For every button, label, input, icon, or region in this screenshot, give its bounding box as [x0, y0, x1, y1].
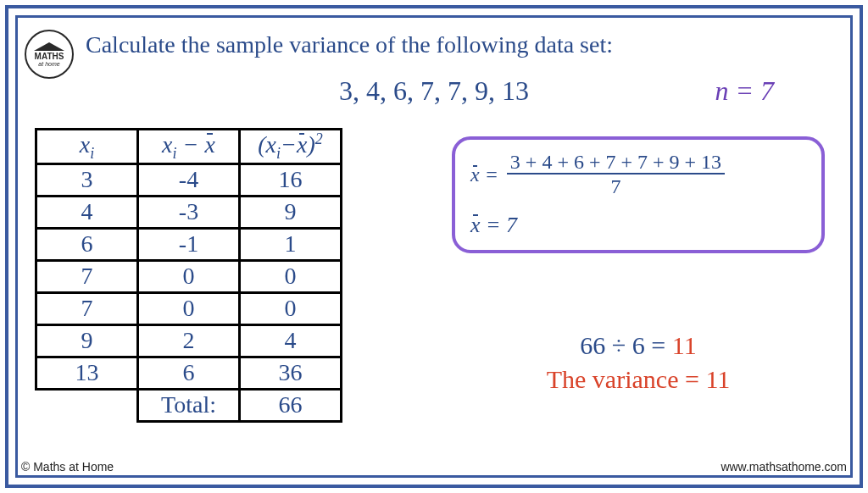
table-row: 700 [36, 260, 342, 292]
mean-fraction: 3 + 4 + 6 + 7 + 7 + 9 + 13 7 [507, 152, 725, 197]
roof-icon [34, 42, 64, 51]
total-value: 66 [240, 389, 342, 421]
logo-text-2: at home [38, 61, 59, 67]
table-row: 4-39 [36, 196, 342, 228]
mean-denominator: 7 [610, 174, 620, 197]
col-header-xi: xi [36, 130, 138, 164]
table-row: 6-11 [36, 228, 342, 260]
calculation-table: xi xi − x (xi−x)2 3-416 4-39 6-11 700 70… [35, 128, 342, 423]
col-header-sq: (xi−x)2 [240, 130, 342, 164]
brand-logo: MATHS at home [25, 30, 74, 79]
worksheet-frame: MATHS at home Calculate the sample varia… [15, 15, 853, 478]
answer-block: 66 ÷ 6 = 11 The variance = 11 [486, 331, 791, 394]
logo-text-1: MATHS [35, 53, 64, 61]
table-row: 3-416 [36, 163, 342, 196]
mean-result: x = 7 [470, 213, 806, 238]
page-title: Calculate the sample variance of the fol… [86, 31, 613, 58]
variance-result: The variance = 11 [486, 365, 791, 394]
table-total-row: Total: 66 [36, 389, 342, 421]
table-row: 924 [36, 324, 342, 357]
total-label: Total: [138, 389, 240, 421]
mean-numerator: 3 + 4 + 6 + 7 + 7 + 9 + 13 [507, 152, 725, 174]
website: www.mathsathome.com [721, 460, 847, 474]
mean-lhs: x = [470, 163, 498, 186]
sample-size: n = 7 [715, 75, 774, 107]
table-row: 13636 [36, 357, 342, 389]
col-header-diff: xi − x [138, 130, 240, 164]
table-row: 700 [36, 292, 342, 324]
mean-callout: x = 3 + 4 + 6 + 7 + 7 + 9 + 13 7 x = 7 [452, 136, 825, 253]
variance-calc: 66 ÷ 6 = 11 [486, 331, 791, 360]
copyright: © Maths at Home [21, 460, 114, 474]
